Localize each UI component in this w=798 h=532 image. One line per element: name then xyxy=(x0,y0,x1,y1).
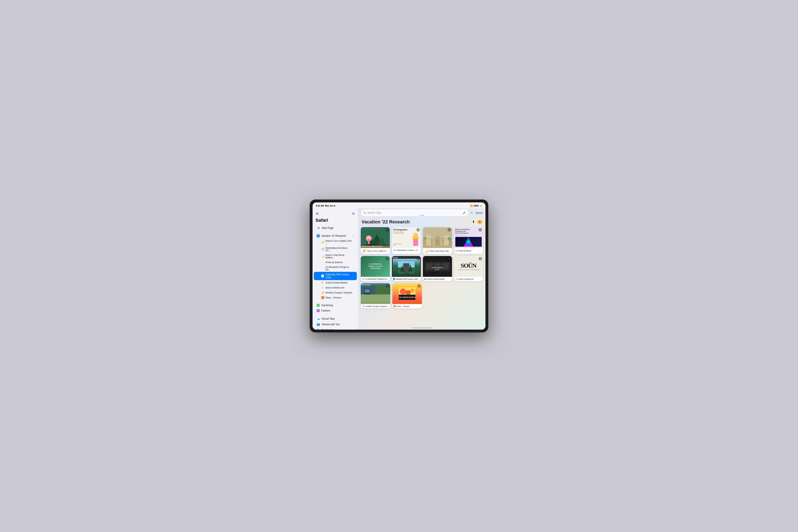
search-bar[interactable]: 🔍 Search Tabs 🎤 xyxy=(361,209,468,216)
tabs-row-3: ✕ xyxy=(361,283,422,308)
tab-close-omsom[interactable]: ✕ xyxy=(418,284,421,288)
wifi-icon: 📶 xyxy=(470,205,473,207)
tab-close-cc[interactable]: ✕ xyxy=(416,228,420,231)
tab-close-walk[interactable]: ✕ xyxy=(385,228,389,231)
sidebar-item-fashion[interactable]: ⊞ Fashion › xyxy=(314,308,357,314)
shared-label: Shared with You xyxy=(322,323,340,326)
prints-tab-favicon: ○ xyxy=(455,249,457,253)
tab-close-gateway[interactable]: ✕ xyxy=(416,257,420,260)
sooun-tab-favicon: ☺ xyxy=(455,278,457,280)
cap-rocat-tab-favicon: 🌙 xyxy=(424,249,428,253)
prints-favicon: ○ xyxy=(321,261,324,264)
sidebar-sub-sooun[interactable]: ☺ Sooun-retreat.com xyxy=(314,285,357,290)
tab-card-cap-rocat[interactable]: ✕ xyxy=(423,227,452,254)
status-right: 📶 100% 🔋 xyxy=(470,205,482,207)
tab-close-another[interactable]: ✕ xyxy=(386,284,389,288)
sidebar-sub-destinations[interactable]: 📰 Destinations Archivos - CC... xyxy=(314,246,357,253)
omsom-tab-favicon: O xyxy=(394,305,396,307)
sidebar-item-shared[interactable]: 👥 Shared with You xyxy=(314,322,357,327)
sidebar-toggle-icon[interactable]: ⊞ xyxy=(316,211,319,216)
tab-close-gcm[interactable]: ✕ xyxy=(448,257,451,260)
tab-footer-omsom: O Shop – Omsom xyxy=(392,304,422,308)
dot-1 xyxy=(420,215,421,216)
status-bar: 9:41 AM Mon Jun 6 📶 100% 🔋 xyxy=(312,203,486,208)
walk-favicon: 🧭 xyxy=(321,241,324,244)
tab-close-13things[interactable]: ✕ xyxy=(385,257,389,260)
tab-close-prints[interactable]: ✕ xyxy=(479,228,482,231)
sidebar-item-start-page[interactable]: 🖥 Start Page › xyxy=(314,225,357,231)
tab-card-omsom[interactable]: ✕ THE OMSOM BUNDLE xyxy=(392,283,422,308)
svg-text:GRAND CENTRAL: GRAND CENTRAL xyxy=(432,267,443,268)
add-tab-button[interactable]: + xyxy=(470,210,474,215)
prints-tab-title: Prints by Etinne xyxy=(458,250,471,252)
tab-card-gcm[interactable]: ✕ GRAND CENTRAL xyxy=(423,256,452,281)
sidebar-sub-prints[interactable]: ○ Prints by Etienne xyxy=(314,260,357,265)
sidebar-title: Safari xyxy=(312,217,358,225)
fashion-group-icon: ⊞ xyxy=(317,309,320,312)
destinations-label: Destinations Archivos - CC... xyxy=(325,247,354,252)
time-display: 9:41 AM xyxy=(316,205,324,207)
gardening-label: Gardening xyxy=(321,304,352,307)
tabs-row-1: ✕ xyxy=(361,227,483,254)
tab-card-another[interactable]: ✕ xyxy=(361,283,390,308)
gateway-tab-title: Gateway Hill Country Cabins | ... xyxy=(396,278,420,280)
another-label: Another Escape | Inspired... xyxy=(325,291,354,294)
tab-close-sooun[interactable]: ✕ xyxy=(479,257,482,260)
tab-footer-walk: 🧭 How to Turn a Walk in the Wo... xyxy=(361,248,390,254)
sidebar-item-bookmarks[interactable]: 🔖 Bookmarks xyxy=(314,327,357,329)
toolbar: 🔍 Search Tabs 🎤 + Done xyxy=(358,208,486,217)
tab-footer-another: 🧭 Another Escape | Inspired by... xyxy=(361,304,390,308)
sidebar-sub-13things[interactable]: … 13 Wonderful Things to Do... xyxy=(314,265,357,272)
start-page-icon: 🖥 xyxy=(317,226,320,229)
sidebar-sub-walk[interactable]: 🧭 How to Turn a Walk in the ... xyxy=(314,239,357,246)
omsom-tab-title: Shop – Omsom xyxy=(397,305,410,307)
gcm-tab-favicon: ⊞ xyxy=(424,278,426,280)
new-tab-icon[interactable]: ⊕ xyxy=(352,211,355,216)
gardening-chevron: › xyxy=(353,304,354,306)
sidebar-sub-gcm[interactable]: ⊞ Grand Central Market xyxy=(314,280,357,285)
tab-footer-13things: 👓 13 Wonderful Things to Do in... xyxy=(361,277,390,281)
tab-card-cc[interactable]: ✕ CC/magazine The city of your dreais ca… xyxy=(392,227,421,254)
toolbar-dots xyxy=(420,215,424,216)
cap-rocat-favicon: 🌙 xyxy=(321,255,324,258)
things13-favicon: … xyxy=(321,267,324,270)
sidebar-item-icloud[interactable]: ☁ iCloud Tabs xyxy=(314,316,357,322)
tabs-row-2: ✕ 13 WONDERFULTHINGS TO DO INCARTAGENA 👓… xyxy=(361,256,483,281)
walk-tab-favicon: 🧭 xyxy=(362,249,366,253)
sidebar-item-vacation[interactable]: ⊞ Vacation '22 Research ∨ xyxy=(314,233,357,239)
sooun-label: Sooun-retreat.com xyxy=(325,286,344,289)
done-button[interactable]: Done xyxy=(476,211,483,214)
tab-group-options-button[interactable]: 🔖 xyxy=(477,220,482,224)
share-button[interactable]: ⬆ xyxy=(471,219,476,225)
sidebar-sub-another[interactable]: 🧭 Another Escape | Inspired... xyxy=(314,290,357,295)
sidebar-sub-omsom[interactable]: O Shop – Omsom xyxy=(314,295,357,300)
sidebar-header: ⊞ ⊕ xyxy=(312,210,358,217)
sidebar-sub-cap-rocat[interactable]: 🌙 Home | Cap Rocat, Mallorc... xyxy=(314,253,357,260)
tab-card-prints[interactable]: ✕ Etienne Desclides:Residency forNew Pri… xyxy=(454,227,483,254)
sidebar-item-gardening[interactable]: ⊞ Gardening › xyxy=(314,303,357,308)
search-icon: 🔍 xyxy=(363,212,366,214)
svg-text:THE OMSOM BUNDLE: THE OMSOM BUNDLE xyxy=(399,296,415,298)
header-actions: ⬆ 🔖 xyxy=(471,219,482,225)
svg-rect-26 xyxy=(426,263,433,270)
cc-tab-favicon: 📰 xyxy=(393,249,396,251)
svg-point-6 xyxy=(368,236,370,239)
walk-tab-title: How to Turn a Walk in the Wo... xyxy=(367,250,388,252)
svg-marker-18 xyxy=(463,237,473,247)
icloud-icon: ☁ xyxy=(317,317,320,320)
tab-card-13things[interactable]: ✕ 13 WONDERFULTHINGS TO DO INCARTAGENA 👓… xyxy=(361,256,390,281)
ipad-frame: 9:41 AM Mon Jun 6 📶 100% 🔋 ⊞ ⊕ Safari � xyxy=(310,200,488,332)
sidebar: ⊞ ⊕ Safari 🖥 Start Page › ⊞ Vacation '22… xyxy=(312,208,358,329)
another-tab-favicon: 🧭 xyxy=(362,305,364,307)
tab-card-sooun[interactable]: ✕ SOÜN Scandinavian retreat center and l… xyxy=(454,256,483,281)
fashion-chevron: › xyxy=(353,310,354,312)
mic-icon: 🎤 xyxy=(463,212,466,214)
tab-card-gateway[interactable]: ✕ uncrate xyxy=(392,256,421,281)
tab-close-cap-rocat[interactable]: ✕ xyxy=(448,228,451,231)
tab-card-walk[interactable]: ✕ xyxy=(361,227,390,254)
tab-footer-gcm: ⊞ Grand Central Market xyxy=(423,277,452,281)
sidebar-sub-gateway[interactable]: u Gateway Hill Country Cabi... xyxy=(314,272,357,280)
tab-footer-cap-rocat: 🌙 Home | Cap Rocat, Mallorca | ... xyxy=(423,248,452,254)
things13-label: 13 Wonderful Things to Do... xyxy=(325,266,354,271)
start-page-chevron: › xyxy=(353,227,354,229)
